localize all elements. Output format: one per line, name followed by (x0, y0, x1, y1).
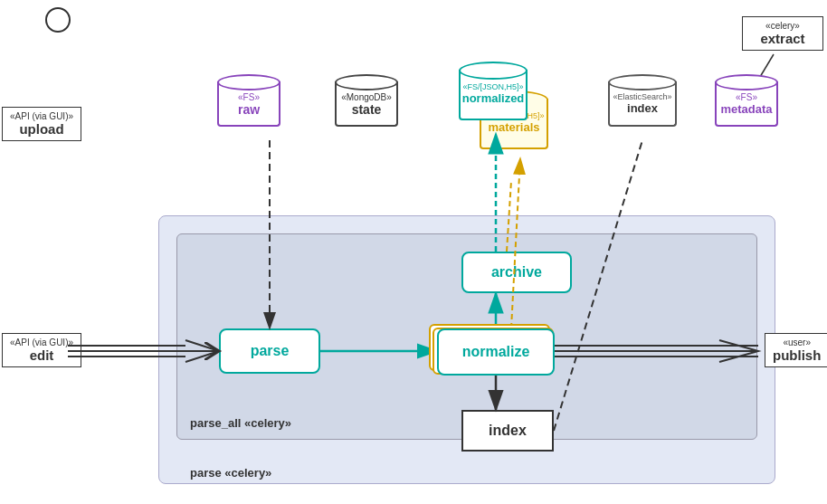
extract-label: edit (10, 347, 73, 363)
metadata-db: «FS» metadata (715, 74, 780, 130)
raw-label: raw (238, 102, 260, 117)
publish-api-box: «user» publish (765, 333, 827, 367)
index-db: «ElasticSearch» index (608, 74, 679, 130)
metadata-label: metadata (720, 102, 772, 116)
edit-label: extract (750, 31, 815, 46)
archive-process: archive (461, 252, 572, 293)
normalized-label: normalized (462, 91, 525, 105)
normalized-db: «FS/[JSON,H5]» normalized (459, 62, 529, 125)
publish-stereotype: «user» (773, 338, 821, 347)
raw-stereotype: «FS» (238, 92, 260, 102)
state-stereotype: «MongoDB» (341, 92, 392, 102)
raw-db: «FS» raw (217, 74, 282, 130)
upload-api-box: «API (via GUI)» upload (2, 107, 81, 141)
index-process: index (461, 410, 554, 452)
parse-celery-label: parse_all «celery» (190, 416, 291, 430)
actor-circle-top (45, 7, 71, 33)
edit-api-box: «celery» extract (742, 16, 823, 51)
parse-process: parse (219, 328, 320, 374)
normalized-stereotype: «FS/[JSON,H5]» (462, 82, 523, 91)
state-db: «MongoDB» state (335, 74, 400, 130)
index-db-stereotype: «ElasticSearch» (613, 92, 671, 101)
parse-all-celery-label: parse «celery» (190, 466, 271, 480)
normalize-process: normalize (437, 328, 555, 376)
extract-api-box: «API (via GUI)» edit (2, 333, 81, 367)
materials-label: materials (488, 120, 539, 134)
index-db-label: index (627, 101, 658, 115)
metadata-stereotype: «FS» (736, 92, 757, 102)
state-label: state (352, 102, 382, 117)
edit-stereotype: «celery» (750, 21, 815, 31)
upload-stereotype: «API (via GUI)» (10, 111, 73, 121)
extract-stereotype: «API (via GUI)» (10, 338, 73, 347)
publish-label: publish (773, 347, 821, 363)
diagram-container: parse_all «celery» parse «celery» «API (… (0, 0, 827, 504)
upload-label: upload (10, 121, 73, 137)
